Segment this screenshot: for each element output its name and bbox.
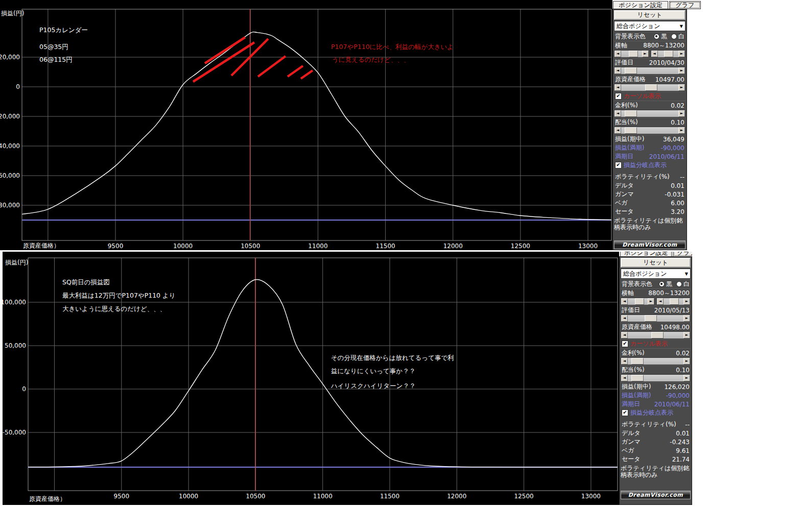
position-select[interactable]: 総合ポジション ▼: [621, 269, 691, 279]
chart2-annotation: 大きいように思えるのだけど、、、: [62, 305, 166, 313]
pl-expiry-row: 損益(満期) -90,000: [614, 143, 685, 152]
scroll-left-icon[interactable]: ◄: [614, 84, 621, 91]
cursor-display-row[interactable]: ✔ カーソル表示: [614, 91, 685, 101]
scroll-right-icon[interactable]: ►: [678, 51, 685, 57]
underlying-price-scrollbar[interactable]: ◄ ►: [614, 84, 685, 91]
dropdown-caret-icon: ▼: [680, 24, 683, 29]
scrollbar-thumb[interactable]: [651, 332, 664, 338]
scroll-right-icon[interactable]: ►: [648, 298, 654, 305]
eval-date-scrollbar[interactable]: ◄ ►: [621, 315, 691, 322]
breakeven-checkbox[interactable]: ✔: [622, 409, 628, 416]
bg-white-radio[interactable]: [676, 281, 682, 287]
gamma-row: ガンマ -0.243: [621, 438, 691, 446]
vega-row: ベガ 6.00: [614, 199, 685, 207]
underlying-price-row: 原資産価格 10497.00: [614, 75, 685, 84]
bg-white-radio[interactable]: [671, 34, 677, 39]
bottom-panel-tabs: ポジション設定 グラフ: [620, 252, 692, 256]
scroll-right-icon[interactable]: ►: [683, 358, 690, 365]
volatility-row: ボラティリティ(%) --: [614, 173, 685, 181]
scroll-left-icon[interactable]: ◄: [621, 298, 628, 305]
scrollbar-thumb[interactable]: [631, 358, 644, 365]
scroll-left-icon[interactable]: ◄: [621, 358, 628, 365]
bg-color-row: 背景表示色 黒 白: [621, 279, 691, 288]
scroll-left-icon[interactable]: ◄: [614, 110, 621, 117]
scroll-right-icon[interactable]: ►: [683, 375, 690, 381]
bg-black-radio[interactable]: [654, 34, 659, 39]
expiry-date-row: 満期日 2010/06/11: [621, 400, 691, 408]
reset-button[interactable]: リセット: [621, 258, 691, 268]
dividend-scrollbar[interactable]: ◄ ►: [621, 374, 691, 382]
horizontal-axis-row: 横軸 8800～13200: [614, 41, 685, 50]
top-panel-tabs: ポジション設定 グラフ: [613, 1, 701, 9]
interest-rate-scrollbar[interactable]: ◄ ►: [621, 357, 691, 365]
scrollbar-thumb[interactable]: [631, 375, 644, 381]
position-select[interactable]: 総合ポジション ▼: [614, 21, 685, 31]
haxis-scrollbar-left[interactable]: ◄ ►: [614, 50, 649, 58]
chart1-annotation: P105カレンダー: [39, 26, 88, 35]
dividend-scrollbar[interactable]: ◄ ►: [614, 127, 685, 134]
bg-white-label: 白: [678, 32, 684, 41]
scroll-right-icon[interactable]: ►: [683, 332, 690, 338]
scrollbar-thumb[interactable]: [670, 298, 679, 305]
scroll-right-icon[interactable]: ►: [678, 127, 685, 134]
pl-expiry-row: 損益(満期) -90,000: [621, 391, 691, 400]
chart2-annotation: その分現在価格からは放れてるって事で利: [331, 354, 454, 362]
chart2-annotation: ハイリスクハイリターン？？: [331, 382, 415, 391]
haxis-scrollbar-right[interactable]: ◄ ►: [656, 298, 691, 305]
cursor-display-checkbox[interactable]: ✔: [615, 93, 622, 100]
chart1-annotation: うに見えるのだけど、、、: [332, 56, 410, 64]
cursor-display-checkbox[interactable]: ✔: [622, 341, 628, 347]
bg-color-row: 背景表示色 黒 白: [614, 32, 685, 41]
tab-position-settings[interactable]: ポジション設定: [613, 1, 668, 9]
scroll-right-icon[interactable]: ►: [642, 51, 649, 57]
scrollbar-thumb[interactable]: [664, 51, 673, 57]
breakeven-display-row[interactable]: ✔ 損益分岐点表示: [614, 161, 685, 170]
bottom-chart-background: [3, 252, 619, 505]
scroll-left-icon[interactable]: ◄: [614, 51, 621, 57]
pl-interim-row: 損益(期中) 36,049: [614, 134, 685, 143]
scroll-left-icon[interactable]: ◄: [657, 298, 664, 305]
reset-button[interactable]: リセット: [614, 10, 685, 20]
chart2-annotation: SQ前日の損益図: [62, 278, 110, 287]
eval-date-scrollbar[interactable]: ◄ ►: [614, 67, 685, 75]
scroll-left-icon[interactable]: ◄: [621, 315, 628, 322]
tab-graph[interactable]: グラフ: [673, 252, 692, 256]
dividend-row: 配当(%) 0.10: [614, 117, 685, 127]
bg-black-label: 黒: [661, 32, 667, 41]
tab-graph[interactable]: グラフ: [669, 1, 701, 9]
scrollbar-thumb[interactable]: [645, 84, 657, 91]
scroll-left-icon[interactable]: ◄: [651, 51, 658, 57]
underlying-price-scrollbar[interactable]: ◄ ►: [621, 331, 691, 339]
scroll-right-icon[interactable]: ►: [683, 298, 690, 305]
scroll-left-icon[interactable]: ◄: [621, 375, 628, 381]
haxis-scrollbar-right[interactable]: ◄ ►: [651, 50, 686, 58]
scrollbar-thumb[interactable]: [625, 127, 637, 134]
scroll-left-icon[interactable]: ◄: [614, 67, 621, 74]
scroll-right-icon[interactable]: ►: [683, 315, 690, 322]
scrollbar-thumb[interactable]: [645, 315, 657, 322]
interest-rate-scrollbar[interactable]: ◄ ►: [614, 110, 685, 117]
scrollbar-thumb[interactable]: [625, 67, 637, 74]
dividend-row: 配当(%) 0.10: [621, 365, 691, 374]
haxis-scrollbars: ◄ ► ◄ ►: [614, 50, 685, 58]
scroll-left-icon[interactable]: ◄: [614, 127, 621, 134]
scroll-right-icon[interactable]: ►: [678, 67, 685, 74]
scroll-right-icon[interactable]: ►: [678, 84, 685, 91]
breakeven-checkbox[interactable]: ✔: [615, 162, 622, 168]
scrollbar-thumb[interactable]: [625, 110, 637, 117]
scroll-right-icon[interactable]: ►: [678, 110, 685, 117]
scrollbar-thumb[interactable]: [635, 298, 644, 305]
volatility-note: ボラティリティは個別銘柄表示時のみ: [621, 465, 691, 478]
top-chart-background: [0, 0, 612, 250]
chart2-annotation: 最大利益は12万円でP107やP110 より: [62, 292, 176, 300]
breakeven-display-row[interactable]: ✔ 損益分岐点表示: [621, 408, 691, 417]
tab-position-settings[interactable]: ポジション設定: [620, 252, 672, 256]
volatility-note: ボラティリティは個別銘柄表示時のみ: [614, 217, 685, 231]
chart1-annotation: P107やP110に比べ、利益の幅が大きいよ: [331, 43, 454, 52]
bg-black-radio[interactable]: [659, 281, 665, 287]
cursor-display-row[interactable]: ✔ カーソル表示: [621, 339, 691, 348]
scrollbar-thumb[interactable]: [629, 51, 638, 57]
scroll-left-icon[interactable]: ◄: [621, 332, 628, 338]
delta-row: デルタ 0.01: [621, 429, 691, 438]
haxis-scrollbar-left[interactable]: ◄ ►: [621, 298, 655, 305]
